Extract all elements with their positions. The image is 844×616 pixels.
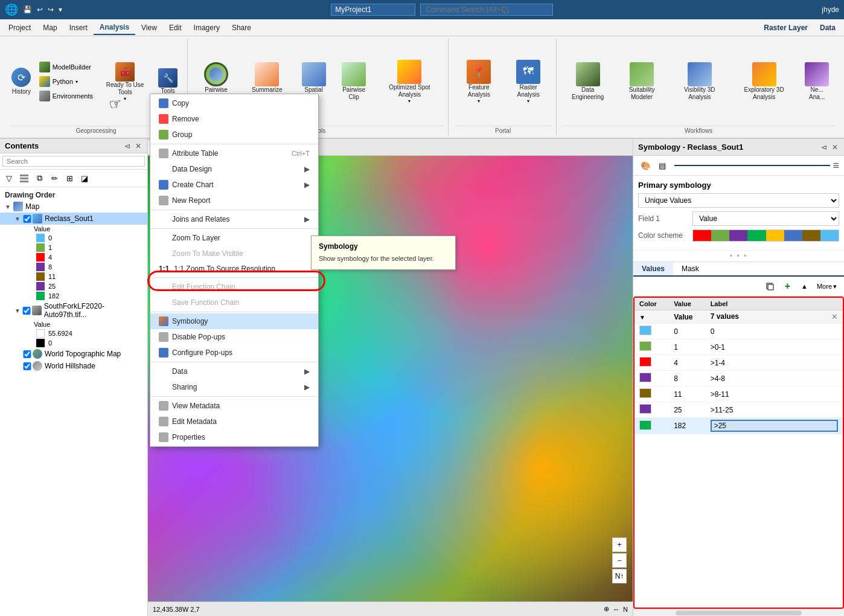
menu-raster-layer[interactable]: Raster Layer [758,21,814,34]
copy-sym-btn[interactable] [761,280,778,292]
reclass-checkbox[interactable] [23,215,31,223]
sym-bottom-scrollbar[interactable] [633,609,844,616]
label-edit-input-182[interactable] [711,420,838,432]
ribbon-btn-environments[interactable]: Environments [36,89,97,103]
color-cell-4[interactable] [635,355,669,371]
menu-project[interactable]: Project [2,21,37,34]
ctx-configure-popup[interactable]: Configure Pop-ups [150,345,318,361]
ctx-symbology[interactable]: Symbology [150,313,318,329]
sym-pin-btn[interactable]: ⊲ [820,143,828,152]
group-expand-cell[interactable]: ▼ [635,310,669,324]
spot-dropdown[interactable]: ▾ [408,98,411,104]
ribbon-btn-suitability[interactable]: Suitability Modeler [615,60,668,103]
menu-imagery[interactable]: Imagery [188,21,226,34]
pan-btn[interactable]: ↔ [613,606,619,613]
ribbon-btn-ready-tools[interactable]: 🧰 Ready To Use Tools ▾ [99,60,151,104]
ribbon-btn-history[interactable]: ⟳ History [10,65,33,98]
quick-access-save[interactable]: 💾 [23,5,32,14]
ctx-zoom-source[interactable]: 1:1 1:1 Zoom To Source Resolution [150,261,318,276]
selection-btn[interactable]: ◪ [78,172,91,185]
menu-map[interactable]: Map [37,21,63,34]
color-swatch-182[interactable] [639,420,651,430]
color-swatch-0[interactable] [639,326,651,335]
ribbon-btn-python[interactable]: Python ▾ [36,75,97,88]
tree-item-worldtopo[interactable]: World Topographic Map [0,348,147,360]
contents-close-btn[interactable]: ✕ [134,142,142,150]
color-cell-8[interactable] [635,371,669,387]
color-cell-25[interactable] [635,402,669,418]
tab-values[interactable]: Values [633,262,673,277]
sym-type-dropdown[interactable]: Unique Values [638,193,839,208]
ribbon-btn-exploratory[interactable]: Exploratory 3D Analysis [731,60,798,103]
raster-dropdown[interactable]: ▾ [527,98,529,104]
sym-paint-btn[interactable]: 🎨 [638,158,653,173]
ctx-joins[interactable]: Joins and Relates ▶ [150,211,318,227]
color-cell-1[interactable] [635,339,669,355]
project-name-input[interactable] [331,4,415,16]
python-dropdown[interactable]: ▾ [75,79,78,85]
quick-access-redo[interactable]: ↪ [48,5,54,14]
move-up-btn[interactable]: ▲ [797,281,812,292]
color-scheme-bar[interactable] [692,229,839,242]
sym-resize-handle[interactable]: • • • [633,251,844,262]
zoom-out-btn[interactable]: − [612,553,627,568]
menu-share[interactable]: Share [226,21,257,34]
ctx-view-metadata[interactable]: View Metadata [150,398,318,414]
north-arrow-btn[interactable]: N↑ [612,569,627,583]
sym-close-btn[interactable]: ✕ [831,143,839,152]
color-swatch-25[interactable] [639,404,651,414]
ribbon-btn-feature[interactable]: 📍 Feature Analysis ▾ [455,57,503,106]
color-cell-0[interactable] [635,324,669,339]
ribbon-btn-modelbuilder[interactable]: ModelBuilder [36,60,97,74]
tree-item-reclass[interactable]: ▼ Reclass_Sout1 [0,213,147,225]
sym-toolbar-menu[interactable]: ≡ [833,159,839,172]
snapping-btn[interactable]: ⊞ [63,172,76,185]
field1-dropdown[interactable]: Value [692,211,839,226]
ctx-copy[interactable]: Copy [150,95,318,111]
menu-insert[interactable]: Insert [63,21,94,34]
ctx-attribute-table[interactable]: Attribute Table Ctrl+T [150,146,318,161]
layers-btn[interactable] [18,172,31,185]
ctx-properties[interactable]: Properties [150,429,318,445]
reclass-expand[interactable]: ▼ [14,216,23,222]
ribbon-btn-pairwise-clip[interactable]: Pairwise Clip [334,60,373,103]
map-expand[interactable]: ▼ [5,204,13,210]
menu-view[interactable]: View [135,21,163,34]
southfork-expand[interactable]: ▼ [14,307,22,314]
command-search-input[interactable] [420,4,553,16]
tab-mask[interactable]: Mask [673,262,708,275]
ready-tools-dropdown[interactable]: ▾ [124,96,126,101]
worldhillshade-checkbox[interactable] [23,362,31,370]
label-edit-cell-182[interactable] [706,418,843,434]
menu-analysis[interactable]: Analysis [94,21,135,35]
ctx-zoom-layer[interactable]: Zoom To Layer [150,230,318,246]
ctx-disable-popup[interactable]: Disable Pop-ups [150,329,318,345]
ctx-new-report[interactable]: New Report [150,193,318,208]
southfork-checkbox[interactable] [22,307,30,315]
ribbon-btn-visibility[interactable]: Visibility 3D Analysis [671,60,729,103]
locate-btn[interactable]: ⊕ [604,605,609,613]
menu-edit[interactable]: Edit [163,21,188,34]
ctx-create-chart[interactable]: Create Chart ▶ [150,177,318,193]
zoom-in-btn[interactable]: + [612,537,627,552]
ctx-edit-metadata[interactable]: Edit Metadata [150,414,318,429]
tree-item-worldhillshade[interactable]: World Hillshade [0,360,147,372]
color-cell-11[interactable] [635,387,669,402]
quick-access-more[interactable]: ▾ [59,5,62,14]
contents-search-input[interactable] [2,156,145,167]
color-swatch-8[interactable] [639,373,651,382]
tree-item-southfork[interactable]: ▼ SouthForkLF2020-Auto97th.tif... [0,301,147,320]
source-btn[interactable]: ⧉ [33,172,46,185]
color-swatch-1[interactable] [639,341,651,351]
color-swatch-11[interactable] [639,388,651,398]
ribbon-btn-spot[interactable]: Optimized Spot Analysis ▾ [376,57,443,106]
feature-dropdown[interactable]: ▾ [478,98,480,104]
menu-data[interactable]: Data [814,21,842,34]
ctx-data-design[interactable]: Data Design ▶ [150,161,318,177]
tree-item-map[interactable]: ▼ Map [0,201,147,213]
quick-access-undo[interactable]: ↩ [37,5,43,14]
ctx-sharing[interactable]: Sharing ▶ [150,379,318,395]
ribbon-btn-data-eng[interactable]: Data Engineering [563,60,613,103]
group-close-btn[interactable]: ✕ [831,312,838,321]
color-cell-182[interactable] [635,418,669,434]
